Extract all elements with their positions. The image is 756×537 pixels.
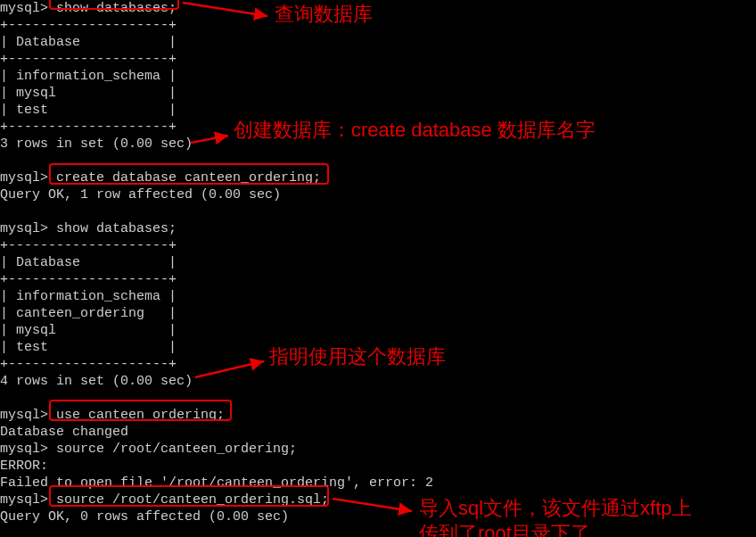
annotation-create-db: 创建数据库：create database 数据库名字 [234, 121, 596, 138]
terminal-output: mysql> show databases; +----------------… [0, 0, 433, 525]
annotation-import-sql-line2: 传到了root目录下了 [419, 525, 590, 537]
annotation-query-db: 查询数据库 [275, 5, 373, 22]
annotation-import-sql-line1: 导入sql文件，该文件通过xftp上 [419, 500, 692, 516]
annotation-use-db: 指明使用这个数据库 [269, 348, 446, 365]
